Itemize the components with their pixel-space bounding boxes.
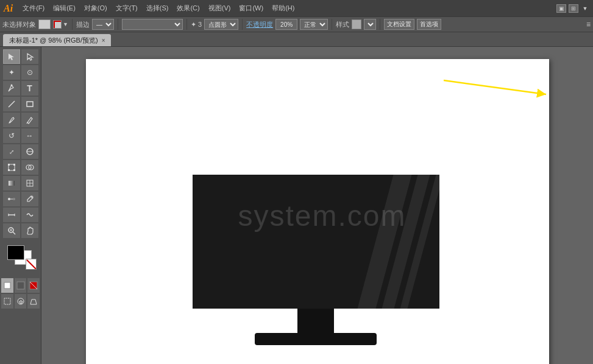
color-boxes [7,245,34,267]
symbol-tool[interactable]: ✿ [15,294,27,309]
menu-help[interactable]: 帮助(H) [268,2,298,14]
tool-row-10 [1,192,40,206]
main-layout: ✦ ⊙ T [0,47,593,364]
foreground-color-box[interactable] [7,245,24,260]
opacity-link[interactable]: 不透明度 [246,20,273,29]
panel-toggle-icon[interactable]: ≡ [586,20,591,29]
stroke-select[interactable]: — [92,19,114,30]
stroke-label: 描边 [76,20,90,29]
lasso-tool[interactable]: ⊙ [21,65,38,80]
pencil-tool[interactable] [21,113,38,127]
main-toolbar: 未选择对象 ▼ 描边 — ✦ 3 点圆形 不透明度 正常 样式 文档设置 首选项… [0,16,593,32]
stroke-preview[interactable] [53,20,62,29]
mesh-tool[interactable] [21,176,38,191]
select-tool[interactable] [3,49,20,64]
style-preview[interactable] [352,19,361,29]
measure-tool[interactable] [3,208,20,222]
svg-rect-8 [13,164,15,166]
bottom-tools: ✿ [1,278,40,309]
extra-row: ✿ [1,294,40,309]
magic-wand-tool[interactable]: ✦ [3,65,20,80]
tool-row-6: ↺ ↔ [1,128,40,143]
document-tab[interactable]: 未标题-1* @ 98% (RGB/预览) × [3,34,111,46]
svg-line-1 [9,101,15,107]
svg-rect-2 [27,102,33,107]
svg-text:✿: ✿ [18,299,23,305]
tab-bar: 未标题-1* @ 98% (RGB/预览) × [0,32,593,47]
svg-line-25 [13,232,15,234]
shape-build-tool[interactable] [21,160,38,175]
fill-color-box[interactable] [38,19,51,29]
profile-select[interactable] [122,19,183,30]
monitor-illustration [193,175,439,345]
menu-text[interactable]: 文字(T) [112,2,141,14]
menu-select[interactable]: 选择(S) [143,2,172,14]
tab-title: 未标题-1* @ 98% (RGB/预览) [9,36,98,45]
dropdown-arrow-icon[interactable]: ▼ [581,4,589,13]
shaper-tool[interactable] [21,144,38,159]
menu-effect[interactable]: 效果(C) [173,2,203,14]
tool-row-1 [1,49,40,64]
color-section [1,243,40,270]
brush-select[interactable]: 点圆形 [204,19,238,30]
zoom-tool[interactable] [3,223,20,238]
svg-rect-7 [8,164,10,166]
opacity-input[interactable] [275,19,297,30]
scale-icon: ⤢ [9,149,14,155]
reset-colors-icon[interactable] [26,259,37,270]
style-label: 样式 [336,20,349,29]
direct-select-tool[interactable] [21,49,38,64]
eyedrop-tool[interactable] [21,192,38,206]
menu-object[interactable]: 对象(O) [80,2,111,14]
sep3 [186,19,187,30]
doc-settings-button[interactable]: 文档设置 [384,19,414,30]
artboard-tool[interactable] [1,294,13,309]
normal-mode[interactable] [1,278,13,293]
scale-tool[interactable]: ⤢ [3,144,20,159]
blend-tool[interactable] [3,192,20,206]
menu-edit[interactable]: 编辑(E) [49,2,79,14]
sep2 [118,19,118,30]
preferences-button[interactable]: 首选项 [417,19,441,30]
line-tool[interactable] [3,97,20,111]
no-selection-label: 未选择对象 [2,20,36,29]
magic-wand-icon: ✦ [9,68,15,77]
rect-tool[interactable] [21,97,38,111]
style-select[interactable] [364,19,376,30]
rotate-icon: ↺ [9,131,15,140]
reflect-tool[interactable]: ↔ [21,128,38,143]
window-icon-2[interactable]: ⊞ [569,4,578,13]
type-tool[interactable]: T [21,81,38,96]
svg-rect-33 [4,298,10,304]
window-icon-1[interactable]: ▣ [556,4,566,13]
sep1 [72,19,73,30]
menu-file[interactable]: 文件(F) [19,2,48,14]
tool-row-4 [1,97,40,111]
perspective-tool[interactable] [27,294,40,309]
mode-row [1,278,40,293]
svg-line-28 [27,260,37,270]
screen-mode[interactable] [15,278,27,293]
svg-point-0 [10,85,12,86]
gradient-tool[interactable] [3,176,20,191]
paintbrush-tool[interactable] [3,113,20,127]
warp-tool[interactable] [21,208,38,222]
full-screen-mode[interactable] [27,278,40,293]
opacity-select[interactable]: 正常 [300,19,328,30]
menu-view[interactable]: 视图(V) [205,2,235,14]
sep4 [242,19,243,30]
tool-row-12 [1,223,40,238]
rotate-tool[interactable]: ↺ [3,128,20,143]
tab-close-button[interactable]: × [102,37,105,44]
type-icon: T [27,83,32,93]
free-transform-tool[interactable] [3,160,20,175]
menu-bar: 文件(F) 编辑(E) 对象(O) 文字(T) 选择(S) 效果(C) 视图(V… [19,2,298,14]
hand-tool[interactable] [21,223,38,238]
svg-rect-9 [8,169,10,171]
svg-marker-36 [30,299,37,304]
svg-line-3 [27,122,27,124]
pen-tool[interactable] [3,81,20,96]
svg-rect-10 [13,169,15,171]
menu-window[interactable]: 窗口(W) [235,2,267,14]
tool-row-5 [1,113,40,127]
